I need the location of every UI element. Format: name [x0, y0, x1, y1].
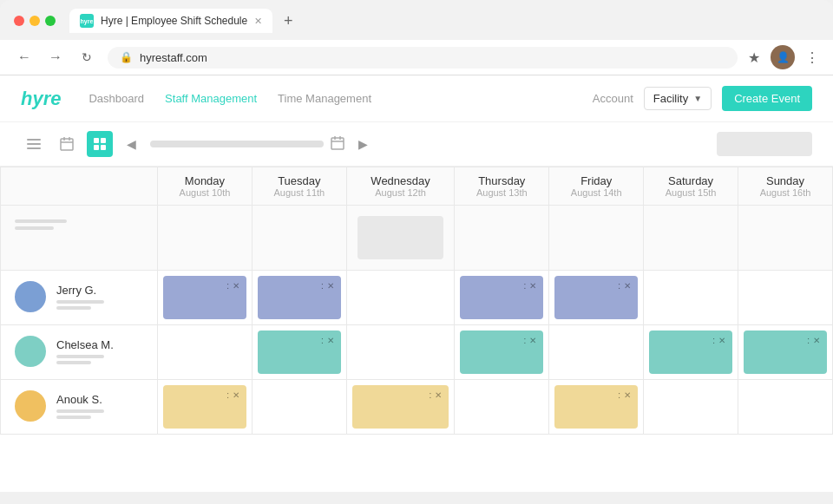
calendar-picker-icon[interactable] [331, 136, 344, 153]
jerry-tuesday-shift[interactable]: : ✕ [258, 276, 341, 319]
new-tab-button[interactable]: + [276, 9, 300, 33]
anouk-wednesday[interactable]: : ✕ [346, 380, 455, 435]
shift-close[interactable]: ✕ [233, 281, 239, 291]
shift-close[interactable]: ✕ [718, 336, 725, 345]
jerry-employee-cell: Jerry G. [1, 271, 158, 325]
list-view-button[interactable] [21, 131, 47, 157]
chelsea-sunday-shift[interactable]: : ✕ [744, 331, 827, 374]
chelsea-thursday-shift[interactable]: : ✕ [460, 331, 543, 374]
create-event-button[interactable]: Create Event [722, 86, 812, 111]
chelsea-sunday[interactable]: : ✕ [738, 325, 833, 380]
shift-close[interactable]: ✕ [624, 390, 631, 400]
anouk-info: Anouk S. [56, 393, 104, 419]
menu-icon[interactable]: ⋮ [805, 49, 819, 66]
anouk-tuesday[interactable] [252, 380, 346, 435]
jerry-friday-shift[interactable]: : ✕ [554, 276, 638, 319]
jerry-wednesday[interactable] [346, 271, 455, 325]
unassigned-saturday[interactable] [644, 206, 738, 271]
anouk-saturday[interactable] [644, 380, 738, 435]
chelsea-wednesday[interactable] [346, 325, 455, 380]
close-window-button[interactable] [14, 16, 24, 26]
user-avatar[interactable]: 👤 [771, 45, 795, 69]
shift-close[interactable]: ✕ [327, 336, 334, 345]
filter-bar[interactable] [717, 132, 812, 156]
chelsea-tuesday-shift[interactable]: : ✕ [258, 331, 341, 374]
lock-icon: 🔒 [120, 51, 133, 63]
schedule-container: Monday August 10th Tuesday August 11th W… [0, 167, 833, 435]
shift-dots: : [321, 281, 324, 291]
minimize-window-button[interactable] [30, 16, 40, 26]
maximize-window-button[interactable] [45, 16, 56, 26]
jerry-thursday[interactable]: : ✕ [455, 271, 549, 325]
jerry-info: Jerry G. [56, 284, 104, 310]
shift-dots: : [807, 336, 810, 345]
unassigned-monday[interactable] [158, 206, 253, 271]
shift-close[interactable]: ✕ [435, 390, 442, 400]
calendar-view-button[interactable] [54, 131, 80, 157]
anouk-sunday[interactable] [738, 380, 833, 435]
forward-button[interactable]: → [45, 47, 66, 68]
jerry-monday-shift[interactable]: : ✕ [163, 276, 246, 319]
facility-label: Facility [653, 92, 688, 105]
shift-close[interactable]: ✕ [529, 336, 536, 345]
unassigned-tuesday[interactable] [252, 206, 346, 271]
unassigned-wednesday[interactable] [346, 206, 455, 271]
chelsea-details [56, 355, 114, 364]
top-nav: hyre Dashboard Staff Management Time Man… [0, 75, 833, 122]
svg-rect-8 [101, 138, 106, 143]
svg-rect-10 [101, 145, 106, 150]
reload-button[interactable]: ↻ [76, 47, 97, 68]
tab-favicon: hyre [80, 14, 94, 28]
jerry-cell-content: Jerry G. [1, 271, 157, 323]
chelsea-monday[interactable] [158, 325, 253, 380]
nav-link-time-management[interactable]: Time Management [278, 92, 371, 105]
shift-dots: : [430, 390, 432, 400]
anouk-wednesday-shift[interactable]: : ✕ [352, 385, 449, 429]
chelsea-saturday-shift[interactable]: : ✕ [649, 331, 732, 374]
anouk-name: Anouk S. [56, 393, 104, 406]
jerry-line-1 [56, 300, 104, 304]
jerry-thursday-shift[interactable]: : ✕ [460, 276, 543, 319]
jerry-monday[interactable]: : ✕ [158, 271, 253, 325]
chelsea-row: Chelsea M. : [1, 325, 833, 380]
shift-close[interactable]: ✕ [327, 281, 334, 291]
active-tab[interactable]: hyre Hyre | Employee Shift Schedule ✕ [69, 9, 272, 33]
unassigned-sunday[interactable] [738, 206, 833, 271]
chelsea-line-2 [56, 361, 91, 364]
jerry-tuesday[interactable]: : ✕ [252, 271, 346, 325]
chelsea-line-1 [56, 355, 104, 358]
unassigned-label-cell [1, 206, 158, 271]
chelsea-tuesday[interactable]: : ✕ [252, 325, 346, 380]
jerry-sunday[interactable] [738, 271, 833, 325]
svg-rect-2 [27, 147, 41, 149]
shift-close[interactable]: ✕ [529, 281, 536, 291]
shift-close[interactable]: ✕ [624, 281, 631, 291]
account-label: Account [593, 92, 633, 105]
anouk-monday-shift[interactable]: : ✕ [163, 385, 246, 429]
address-field[interactable]: 🔒 hyrestaff.com [108, 47, 738, 69]
shift-close[interactable]: ✕ [233, 390, 239, 400]
next-week-button[interactable]: ▶ [351, 134, 375, 154]
anouk-friday[interactable]: : ✕ [549, 380, 644, 435]
anouk-monday[interactable]: : ✕ [158, 380, 253, 435]
facility-dropdown[interactable]: Facility ▼ [644, 87, 712, 110]
anouk-friday-shift[interactable]: : ✕ [554, 385, 638, 429]
anouk-thursday[interactable] [455, 380, 549, 435]
prev-week-button[interactable]: ◀ [120, 134, 143, 154]
jerry-friday[interactable]: : ✕ [549, 271, 644, 325]
chelsea-friday[interactable] [549, 325, 644, 380]
bookmark-icon[interactable]: ★ [748, 49, 760, 66]
shift-close[interactable]: ✕ [813, 336, 820, 345]
nav-link-dashboard[interactable]: Dashboard [89, 92, 144, 105]
tab-close-button[interactable]: ✕ [254, 16, 262, 27]
tab-title: Hyre | Employee Shift Schedule [101, 15, 247, 27]
unassigned-thursday[interactable] [455, 206, 549, 271]
unassigned-friday[interactable] [549, 206, 644, 271]
sunday-date: August 16th [742, 187, 829, 198]
nav-link-staff-management[interactable]: Staff Management [165, 92, 257, 105]
chelsea-thursday[interactable]: : ✕ [455, 325, 549, 380]
grid-view-button[interactable] [87, 131, 113, 157]
chelsea-saturday[interactable]: : ✕ [644, 325, 738, 380]
back-button[interactable]: ← [14, 47, 35, 68]
jerry-saturday[interactable] [644, 271, 738, 325]
